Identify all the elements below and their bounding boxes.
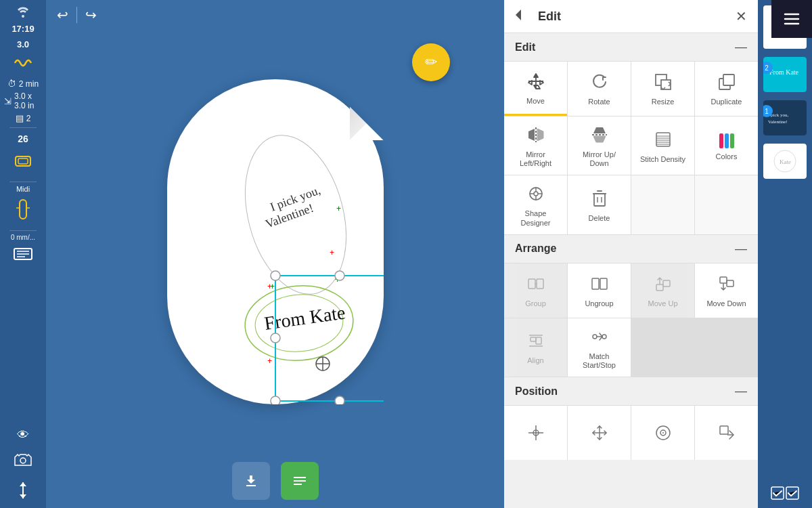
group-button[interactable]: Group xyxy=(504,263,567,318)
svg-marker-43 xyxy=(537,129,543,141)
thumbnail-item-white[interactable]: Kate xyxy=(763,144,807,179)
ungroup-icon xyxy=(591,275,608,295)
move-down-button[interactable]: Move Down xyxy=(695,263,758,318)
svg-point-33 xyxy=(335,271,344,280)
panel-header: Edit ✕ xyxy=(504,0,758,33)
go-button[interactable] xyxy=(281,462,319,500)
thumbnail-item-2[interactable]: From Kate 2 xyxy=(763,57,807,92)
current-time: 17:19 xyxy=(12,24,34,34)
svg-rect-2 xyxy=(20,200,26,219)
position-label: 0 mm/... xyxy=(11,234,35,241)
svg-rect-67 xyxy=(592,278,599,289)
left-sidebar: 17:19 3.0 ⏱ 2 min ⇲ 3.0 x 3.0 in ▤ 2 26 … xyxy=(0,0,46,508)
divider-1 xyxy=(9,127,37,128)
svg-rect-70 xyxy=(663,280,670,287)
panel-close-button[interactable]: ✕ xyxy=(736,8,747,24)
svg-point-84 xyxy=(662,432,664,433)
duplicate-button[interactable]: Duplicate xyxy=(695,62,758,116)
edit-buttons-grid: Move Rotate Resize xyxy=(504,62,758,175)
svg-text:Valentine!: Valentine! xyxy=(768,119,788,125)
position-transform-button[interactable] xyxy=(695,406,758,460)
svg-rect-72 xyxy=(727,280,734,287)
midi-icon[interactable] xyxy=(14,198,32,224)
align-label: Align xyxy=(527,356,543,365)
svg-rect-64 xyxy=(528,279,535,289)
svg-marker-12 xyxy=(20,494,26,499)
wifi-icon xyxy=(15,5,31,21)
camera-icon[interactable] xyxy=(14,452,32,471)
redo-button[interactable]: ↪ xyxy=(85,7,97,23)
svg-point-54 xyxy=(534,192,538,196)
colors-icon xyxy=(719,133,734,148)
move-up-button[interactable]: Move Up xyxy=(631,263,694,318)
arrange-buttons-grid: Group Ungroup Move Up xyxy=(504,263,758,377)
mirror-ud-button[interactable]: Mirror Up/ Down xyxy=(568,117,631,175)
delete-label: Delete xyxy=(589,214,610,223)
transform-icon xyxy=(718,424,736,444)
right-edit-panel: Edit ✕ Edit — Move Rotate xyxy=(504,0,758,508)
match-icon xyxy=(591,328,608,348)
svg-point-31 xyxy=(271,396,280,404)
thumb-white-design: Kate xyxy=(771,148,798,175)
position-icon[interactable] xyxy=(13,247,33,265)
stitch-density-button[interactable]: Stitch Density xyxy=(631,117,694,175)
match-startstop-label: Match Start/Stop xyxy=(573,352,625,370)
move-down-icon xyxy=(718,275,736,295)
design-canvas: I pick you, Valentine! From Kate + + + +… xyxy=(167,79,384,404)
clock-icon: ⏱ xyxy=(7,79,16,89)
arrange-collapse-btn[interactable]: — xyxy=(735,242,747,256)
svg-text:+: + xyxy=(336,204,341,213)
panel-back-button[interactable] xyxy=(515,9,530,24)
svg-rect-71 xyxy=(720,277,727,283)
svg-rect-68 xyxy=(600,278,607,289)
colors-button[interactable]: Colors xyxy=(695,117,758,175)
svg-point-77 xyxy=(593,335,597,339)
arrange-section-title: Arrange xyxy=(515,242,735,255)
edit-fab-button[interactable]: ✏ xyxy=(412,43,450,81)
svg-point-34 xyxy=(335,396,344,404)
svg-rect-40 xyxy=(723,75,734,85)
mirror-lr-label: Mirror Left/Right xyxy=(510,150,562,168)
stitch-density-icon xyxy=(654,131,672,151)
hoop-icon[interactable] xyxy=(13,151,33,175)
stitch-icon[interactable] xyxy=(12,56,34,73)
svg-rect-85 xyxy=(720,426,728,434)
move-up-icon xyxy=(654,275,672,295)
panel-title: Edit xyxy=(538,9,727,24)
eye-icon[interactable]: 👁 xyxy=(17,428,29,442)
svg-text:+: + xyxy=(270,282,275,291)
svg-point-35 xyxy=(271,333,280,343)
download-button[interactable] xyxy=(232,462,270,500)
canvas-area: ✏ I pick you, Valentine! From Kate + + xyxy=(46,30,504,454)
rotate-button[interactable]: Rotate xyxy=(568,62,631,116)
move-down-label: Move Down xyxy=(706,299,746,308)
edit-collapse-btn[interactable]: — xyxy=(735,40,747,54)
resize-button[interactable]: Resize xyxy=(631,62,694,116)
mirror-lr-button[interactable]: Mirror Left/Right xyxy=(504,117,567,175)
hamburger-menu[interactable] xyxy=(771,0,812,38)
duplicate-label: Duplicate xyxy=(711,98,742,106)
svg-point-78 xyxy=(602,335,606,339)
delete-button[interactable]: Delete xyxy=(568,175,631,234)
match-startstop-button[interactable]: Match Start/Stop xyxy=(568,318,631,377)
svg-rect-74 xyxy=(531,337,536,341)
move-label: Move xyxy=(526,97,545,106)
position-indicator xyxy=(16,481,30,503)
undo-button[interactable]: ↩ xyxy=(57,7,68,23)
position-center-button[interactable] xyxy=(631,406,694,460)
move-button[interactable]: Move xyxy=(504,62,567,116)
thumbnail-item-1[interactable]: I pick you, Valentine! 1 xyxy=(763,100,807,135)
empty-cell-2 xyxy=(695,175,758,234)
rotate-label: Rotate xyxy=(588,98,610,106)
position-crosshair-button[interactable] xyxy=(504,406,567,460)
top-toolbar: ↩ ↪ xyxy=(46,0,504,30)
position-collapse-btn[interactable]: — xyxy=(735,384,747,398)
mirror-lr-icon xyxy=(527,126,545,146)
align-button[interactable]: Align xyxy=(504,318,567,377)
arrange-section-header: Arrange — xyxy=(504,235,758,263)
position-arrows-button[interactable] xyxy=(568,406,631,460)
stitch-density-label: Stitch Density xyxy=(640,155,685,164)
shape-designer-button[interactable]: Shape Designer xyxy=(504,175,567,234)
ungroup-button[interactable]: Ungroup xyxy=(568,263,631,318)
group-label: Group xyxy=(525,299,546,308)
